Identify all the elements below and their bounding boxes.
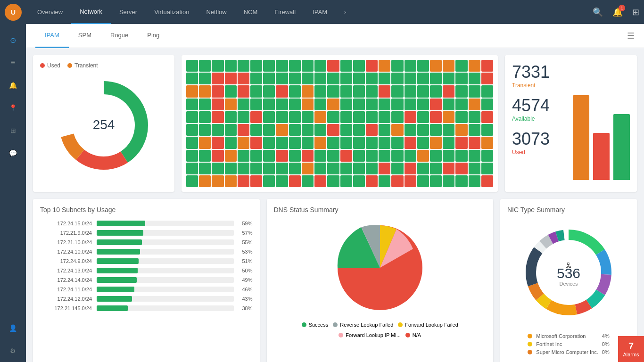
heatmap-cell — [469, 85, 480, 97]
transient-text: Transient — [74, 62, 98, 69]
heatmap-cell — [340, 163, 352, 174]
heatmap-cell — [302, 124, 314, 136]
heatmap-cell — [302, 163, 314, 174]
heatmap-cell — [481, 99, 493, 110]
nav-ipam[interactable]: IPAM — [304, 0, 336, 24]
subnet-bar — [97, 268, 138, 273]
svg-text:Devices: Devices — [559, 281, 578, 287]
heatmap-cell — [186, 150, 198, 162]
heatmap-cell — [225, 150, 237, 162]
nic-legend-fortinet: Fortinet Inc 0% — [528, 341, 609, 347]
alarms-badge[interactable]: 7 Alarms — [618, 336, 644, 362]
nav-firewall[interactable]: Firewall — [266, 0, 304, 24]
heatmap-cell — [469, 111, 480, 123]
subnet-bar — [97, 287, 134, 292]
donut-chart-card: Used Transient 254 — [33, 55, 174, 192]
heatmap-cell — [417, 163, 429, 174]
sidebar-item-alerts[interactable]: 🔔 — [0, 74, 26, 97]
heatmap-cell — [327, 60, 339, 72]
sidebar-item-location[interactable]: 📍 — [0, 97, 26, 119]
top-nav: U Overview Network Server Virtualization… — [0, 0, 644, 24]
heatmap-cell — [250, 124, 262, 136]
legend-forward-ip: Forward Lookup IP Mi... — [339, 332, 401, 338]
heatmap-cell — [405, 99, 416, 110]
heatmap-cell — [327, 111, 339, 123]
notification-count: 1 — [619, 5, 625, 11]
heatmap-cell — [314, 73, 326, 84]
heatmap-cell — [276, 85, 288, 97]
subnet-label: 172.24.13.0/24 — [40, 268, 92, 273]
sub-nav-rogue[interactable]: Rogue — [101, 24, 138, 48]
heatmap-cell — [469, 73, 480, 84]
nav-virtualization[interactable]: Virtualization — [146, 0, 198, 24]
heatmap-cell — [405, 73, 416, 84]
forward-failed-dot — [398, 322, 403, 327]
transient-label-stat: Transient — [512, 82, 568, 89]
sidebar-item-monitor[interactable]: ≡ — [0, 51, 26, 74]
sidebar-item-dashboard[interactable]: ⊙ — [0, 29, 26, 51]
sidebar-item-settings[interactable]: ⚙ — [0, 339, 26, 362]
nav-ncm[interactable]: NCM — [235, 0, 266, 24]
heatmap-cell — [289, 150, 301, 162]
heatmap-cell — [417, 111, 429, 123]
heatmap-cell — [379, 150, 390, 162]
heatmap-cell — [212, 175, 223, 187]
heatmap-cell — [379, 124, 390, 136]
heatmap-cell — [366, 85, 378, 97]
nav-network[interactable]: Network — [71, 0, 111, 24]
sidebar-item-chat[interactable]: 💬 — [0, 142, 26, 165]
heatmap-cell — [186, 111, 198, 123]
sub-nav-ipam[interactable]: IPAM — [35, 24, 69, 48]
heatmap-cell — [366, 175, 378, 187]
donut-labels: Used Transient — [40, 62, 98, 69]
subnet-row: 172.24.12.0/24 43% — [40, 296, 253, 302]
subnet-bar — [97, 230, 143, 236]
subnet-bar-container — [97, 230, 234, 236]
heatmap-cell — [417, 124, 429, 136]
nav-more[interactable]: › — [336, 0, 355, 24]
hamburger-icon[interactable]: ☰ — [627, 31, 635, 41]
heatmap-cell — [302, 111, 314, 123]
heatmap-cell — [340, 137, 352, 148]
used-text: Used — [47, 62, 60, 69]
heatmap-cell — [199, 73, 211, 84]
heatmap-cell — [225, 60, 237, 72]
subnet-row: 172.21.10.0/24 55% — [40, 239, 253, 245]
heatmap-cell — [250, 150, 262, 162]
view-toggle-icon[interactable]: ⊞ — [632, 7, 639, 17]
legend-reverse-failed: Reverse Lookup Failed — [333, 322, 393, 328]
heatmap-grid — [186, 60, 493, 187]
sub-nav-spm[interactable]: SPM — [69, 24, 101, 48]
nav-overview[interactable]: Overview — [29, 0, 71, 24]
notification-bell[interactable]: 🔔 1 — [612, 7, 623, 17]
nav-items: Overview Network Server Virtualization N… — [29, 0, 593, 24]
subnet-label: 172.24.14.0/24 — [40, 277, 92, 283]
heatmap-cell — [225, 111, 237, 123]
heatmap-cell — [225, 99, 237, 110]
user-avatar[interactable]: U — [5, 4, 22, 21]
sidebar-item-topology[interactable]: ⊞ — [0, 119, 26, 142]
search-icon[interactable]: 🔍 — [593, 7, 603, 17]
microsoft-dot — [528, 334, 532, 338]
heatmap-cell — [405, 163, 416, 174]
subnet-pct: 43% — [236, 296, 253, 302]
subnet-pct: 51% — [236, 258, 253, 264]
nav-netflow[interactable]: Netflow — [198, 0, 235, 24]
heatmap-cell — [481, 60, 493, 72]
heatmap-cell — [443, 73, 454, 84]
transient-value: 7331 — [512, 62, 568, 82]
heatmap-cell — [212, 111, 223, 123]
forward-ip-label: Forward Lookup IP Mi... — [346, 332, 401, 338]
heatmap-cell — [225, 85, 237, 97]
dns-pie-container: Success Reverse Lookup Failed Forward Lo… — [274, 221, 487, 338]
subnet-pct: 46% — [236, 287, 253, 292]
nav-server[interactable]: Server — [111, 0, 146, 24]
heatmap-cell — [391, 124, 403, 136]
sub-nav-ping[interactable]: Ping — [138, 24, 169, 48]
sidebar-item-user[interactable]: 👤 — [0, 317, 26, 339]
main-content: Used Transient 254 — [26, 48, 644, 362]
heatmap-cell — [212, 150, 223, 162]
heatmap-cell — [327, 137, 339, 148]
heatmap-cell — [327, 99, 339, 110]
heatmap-cell — [199, 150, 211, 162]
